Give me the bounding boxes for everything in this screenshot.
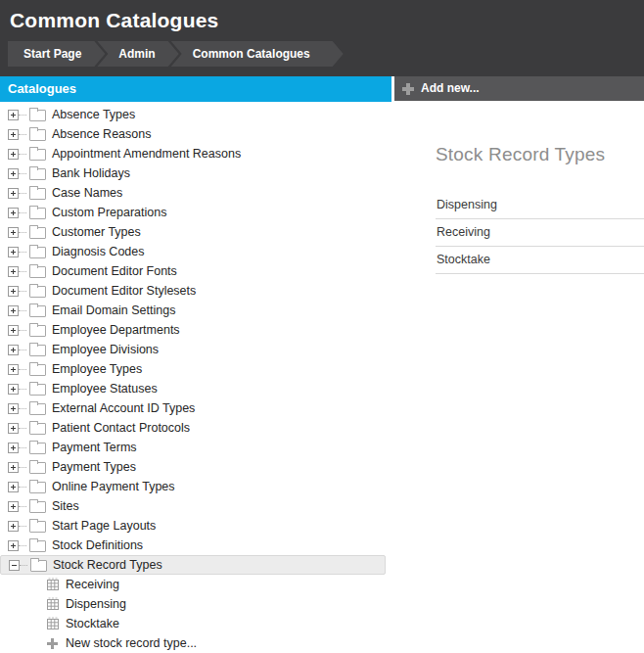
tree-item-label: Stocktake [66,617,119,630]
tree-item[interactable]: Absence Reasons [0,124,391,144]
tree-item-label: Document Editor Fonts [52,264,177,278]
breadcrumb-item[interactable]: Common Catalogues [171,41,344,67]
expand-icon[interactable] [8,482,19,492]
tree-item[interactable]: Absence Types [0,105,391,124]
expand-icon[interactable] [8,501,19,512]
folder-icon [29,501,46,513]
tree-item[interactable]: Custom Preparations [0,203,391,222]
breadcrumb-item[interactable]: Admin [97,41,178,67]
record-type-row[interactable]: Stocktake [436,247,644,274]
record-type-row[interactable]: Dispensing [436,192,644,219]
tree-item[interactable]: Stock Record Types [0,555,386,575]
tree-item[interactable]: Employee Divisions [0,340,391,359]
collapse-icon[interactable] [9,560,20,571]
folder-icon [29,227,46,239]
tree-item-label: Online Payment Types [52,480,175,493]
tree-item-label: Receiving [66,578,119,591]
expand-icon[interactable] [8,247,19,257]
record-type-icon [46,617,60,630]
record-type-list: DispensingReceivingStocktake [436,192,644,274]
tree-item-label: New stock record type... [66,636,197,650]
expand-icon[interactable] [8,227,19,238]
tree-item[interactable]: Online Payment Types [0,477,391,496]
tree-item[interactable]: Customer Types [0,222,391,242]
expand-icon[interactable] [8,384,19,395]
expand-icon[interactable] [8,462,19,473]
tree-item[interactable]: Appointment Amendment Reasons [0,144,391,163]
tree-item[interactable]: Dispensing [0,594,391,614]
expand-icon[interactable] [8,305,19,316]
tree-connector [19,467,26,468]
expand-icon[interactable] [8,286,19,297]
add-new-button[interactable]: Add new... [394,76,644,101]
expand-icon[interactable] [8,325,19,336]
tree-connector [19,330,26,331]
expand-icon[interactable] [8,345,19,355]
breadcrumb-item[interactable]: Start Page [8,41,105,67]
expand-icon[interactable] [8,443,19,453]
tree-item[interactable]: Stocktake [0,614,391,633]
tree-item-label: Payment Types [52,460,136,474]
catalogues-tree: Absence TypesAbsence ReasonsAppointment … [0,102,391,653]
tree-item[interactable]: Patient Contact Protocols [0,418,391,438]
tree-item-label: Custom Preparations [52,206,166,219]
expand-icon[interactable] [8,521,19,532]
tree-item-label: Employee Types [52,362,142,376]
folder-icon [29,129,46,141]
tree-connector [19,271,26,272]
tree-item-label: Email Domain Settings [52,303,175,317]
tree-connector [19,369,26,370]
expand-icon[interactable] [8,188,19,199]
folder-icon [29,482,46,493]
tree-item[interactable]: Employee Types [0,359,391,379]
tree-item-label: Absence Types [52,108,135,121]
expand-icon[interactable] [8,129,19,140]
expand-icon[interactable] [8,149,19,160]
folder-icon [29,168,46,180]
tree-item[interactable]: External Account ID Types [0,398,391,418]
expand-icon[interactable] [8,168,19,179]
folder-icon [29,384,46,396]
tree-item-label: Sites [52,499,79,513]
tree-item[interactable]: Start Page Layouts [0,516,391,536]
expand-icon[interactable] [8,423,19,434]
tree-item[interactable]: Payment Terms [0,438,391,457]
expand-icon[interactable] [8,364,19,375]
tree-item-label: Bank Holidays [52,166,130,180]
tree-item[interactable]: Payment Types [0,457,391,477]
tree-item[interactable]: Diagnosis Codes [0,242,391,261]
folder-icon [29,286,46,298]
tree-connector [20,565,27,566]
tree-item-label: Stock Definitions [52,538,143,552]
expand-icon[interactable] [8,110,19,120]
expand-icon[interactable] [8,208,19,218]
tree-connector [19,252,26,253]
tree-item[interactable]: Employee Departments [0,320,391,340]
tree-item[interactable]: Email Domain Settings [0,301,391,320]
tree-item[interactable]: Sites [0,496,391,516]
tree-connector [19,389,26,390]
expand-icon[interactable] [8,266,19,277]
expand-icon[interactable] [8,403,19,414]
folder-icon [29,462,46,474]
tree-connector [19,506,26,507]
folder-icon [29,110,46,121]
tree-item[interactable]: Document Editor Stylesets [0,281,391,301]
expand-icon[interactable] [8,540,19,551]
tree-connector [19,154,26,155]
tree-item[interactable]: Stock Definitions [0,536,391,555]
tree-item[interactable]: Document Editor Fonts [0,261,391,281]
record-type-row[interactable]: Receiving [436,219,644,247]
folder-icon [29,188,46,200]
tree-item[interactable]: Case Names [0,183,391,203]
tree-item[interactable]: Employee Statuses [0,379,391,398]
new-stock-record-type-button[interactable]: New stock record type... [0,633,391,653]
folder-icon [29,325,46,337]
tree-item[interactable]: Bank Holidays [0,163,391,183]
folder-icon [29,540,46,552]
tree-item[interactable]: Receiving [0,575,391,594]
folder-icon [29,403,46,415]
detail-panel: Stock Record Types DispensingReceivingSt… [391,102,644,653]
page-header: Common Catalogues Start PageAdminCommon … [0,0,644,76]
breadcrumb-item-label: Common Catalogues [193,47,310,61]
